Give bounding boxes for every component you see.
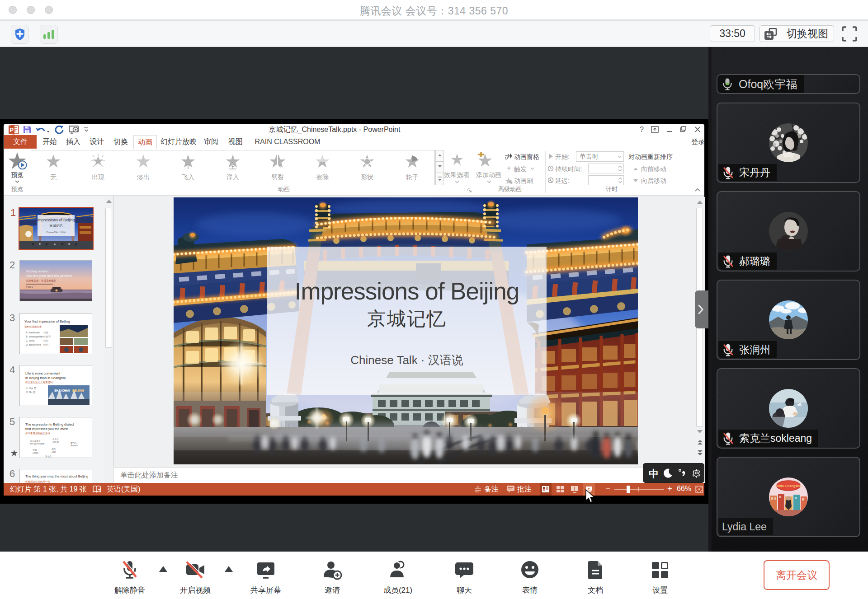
svg-text:Jīnr gè: Jīnr gè: [52, 441, 59, 443]
svg-text:2. No 否: 2. No 否: [26, 391, 36, 394]
svg-text:便利: 便利: [43, 343, 49, 346]
svg-text:热闹: 热闹: [43, 339, 48, 342]
svg-text:局气: 局气: [52, 448, 56, 451]
svg-text:你印象最深刻的北京话: 你印象最深刻的北京话: [25, 432, 51, 435]
svg-text:Your first impression of Beiji: Your first impression of Beijing: [24, 319, 70, 323]
svg-text:Júqì: Júqì: [52, 451, 56, 453]
svg-text:Life is more convenient: Life is more convenient: [25, 371, 61, 375]
svg-text:在北京生活比上海更便利: 在北京生活比上海更便利: [25, 381, 53, 384]
svg-text:D. convenient: D. convenient: [26, 343, 41, 346]
svg-text:The expression in Beijing dial: The expression in Beijing dialect: [25, 422, 74, 426]
svg-text:北京备忘录：从过去到现在: 北京备忘录：从过去到现在: [26, 279, 57, 282]
svg-text:发小儿: 发小儿: [45, 455, 52, 458]
svg-text:老号儿: 老号儿: [71, 441, 77, 444]
svg-text:A. traditional: A. traditional: [26, 331, 40, 334]
svg-text:Láojià: Láojià: [33, 452, 38, 454]
svg-text:Into the past and the present: Into the past and the present: [26, 274, 73, 278]
svg-text:你最想念北京的第一点: 你最想念北京的第一点: [25, 480, 51, 483]
svg-text:that impresses you the most: that impresses you the most: [25, 427, 68, 431]
svg-text:今儿个: 今儿个: [52, 438, 59, 440]
svg-text:BEIJING: BEIJING: [72, 389, 84, 392]
svg-text:bèir yǒu miànzi: bèir yǒu miànzi: [30, 443, 44, 445]
svg-text:初到北京的印象: 初到北京的印象: [24, 325, 42, 328]
svg-text:Impressions of Beijing: Impressions of Beijing: [37, 218, 75, 222]
svg-text:SHANGHAI: SHANGHAI: [54, 389, 70, 392]
svg-text:Hello Changsha: Hello Changsha: [776, 484, 802, 488]
svg-text:lǎohàor: lǎohàor: [71, 445, 78, 447]
svg-text:大都市: 大都市: [43, 335, 51, 338]
svg-text:P: P: [10, 126, 14, 133]
svg-text:Beijing memo:: Beijing memo:: [26, 269, 49, 273]
svg-text:?: ?: [640, 126, 644, 133]
svg-text:Chinese Talk · 汉语说: Chinese Talk · 汉语说: [46, 231, 66, 234]
svg-text:1. Yes 是: 1. Yes 是: [26, 387, 37, 390]
svg-text:京城记忆: 京城记忆: [49, 224, 63, 228]
svg-text:C. lively: C. lively: [26, 339, 35, 342]
svg-text:in Beijing than in Shanghai.: in Beijing than in Shanghai.: [25, 376, 66, 380]
svg-text:传统: 传统: [43, 331, 49, 334]
svg-text:倍儿有面子: 倍儿有面子: [29, 440, 41, 443]
svg-text:The thing you miss the most ab: The thing you miss the most about Beijin…: [25, 474, 88, 478]
svg-text:Part 1: Part 1: [26, 285, 33, 288]
svg-text:劳驾: 劳驾: [33, 449, 37, 451]
svg-text:B. cosmopolitan: B. cosmopolitan: [26, 335, 43, 338]
